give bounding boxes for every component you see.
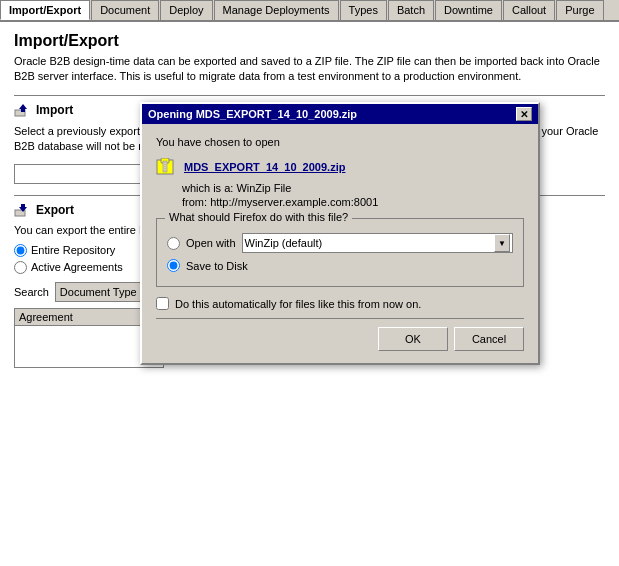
dialog-group-legend: What should Firefox do with this file? [165, 211, 352, 223]
dialog-intro-text: You have chosen to open [156, 136, 524, 148]
dialog-from: from: http://myserver.example.com:8001 [182, 196, 524, 208]
dialog-buttons: OK Cancel [156, 327, 524, 351]
dialog-separator [156, 318, 524, 319]
dialog-titlebar: Opening MDS_EXPORT_14_10_2009.zip ✕ [142, 104, 538, 124]
open-with-value: WinZip (default) [245, 237, 323, 249]
dialog-body: You have chosen to open MDS_EXPORT_14_10… [142, 124, 538, 363]
save-to-disk-label: Save to Disk [186, 260, 248, 272]
save-to-disk-radio[interactable] [167, 259, 180, 272]
open-with-row: Open with WinZip (default) ▼ [167, 233, 513, 253]
tab-types[interactable]: Types [340, 0, 387, 20]
tab-bar: Import/Export Document Deploy Manage Dep… [0, 0, 619, 22]
tab-deploy[interactable]: Deploy [160, 0, 212, 20]
tab-batch[interactable]: Batch [388, 0, 434, 20]
dialog-close-button[interactable]: ✕ [516, 107, 532, 121]
tab-purge[interactable]: Purge [556, 0, 603, 20]
tab-callout[interactable]: Callout [503, 0, 555, 20]
ok-button[interactable]: OK [378, 327, 448, 351]
tab-import-export[interactable]: Import/Export [0, 0, 90, 20]
cancel-button[interactable]: Cancel [454, 327, 524, 351]
dialog: Opening MDS_EXPORT_14_10_2009.zip ✕ You … [140, 102, 540, 365]
auto-checkbox-row: Do this automatically for files like thi… [156, 297, 524, 310]
zip-file-icon [156, 158, 178, 176]
open-with-dropdown-arrow[interactable]: ▼ [494, 234, 510, 252]
tab-document[interactable]: Document [91, 0, 159, 20]
dialog-filename[interactable]: MDS_EXPORT_14_10_2009.zip [184, 161, 345, 173]
dialog-overlay: Opening MDS_EXPORT_14_10_2009.zip ✕ You … [0, 22, 619, 566]
tab-manage-deployments[interactable]: Manage Deployments [214, 0, 339, 20]
save-to-disk-row: Save to Disk [167, 259, 513, 272]
auto-label: Do this automatically for files like thi… [175, 298, 421, 310]
auto-checkbox[interactable] [156, 297, 169, 310]
open-with-label: Open with [186, 237, 236, 249]
dialog-action-group: What should Firefox do with this file? O… [156, 218, 524, 287]
open-with-radio[interactable] [167, 237, 180, 250]
main-content: Import/Export Oracle B2B design-time dat… [0, 22, 619, 566]
dialog-from-url: http://myserver.example.com:8001 [210, 196, 378, 208]
dialog-file-row: MDS_EXPORT_14_10_2009.zip [156, 158, 524, 176]
dialog-title: Opening MDS_EXPORT_14_10_2009.zip [148, 108, 357, 120]
dialog-which-is: which is a: WinZip File [182, 182, 524, 194]
tab-downtime[interactable]: Downtime [435, 0, 502, 20]
